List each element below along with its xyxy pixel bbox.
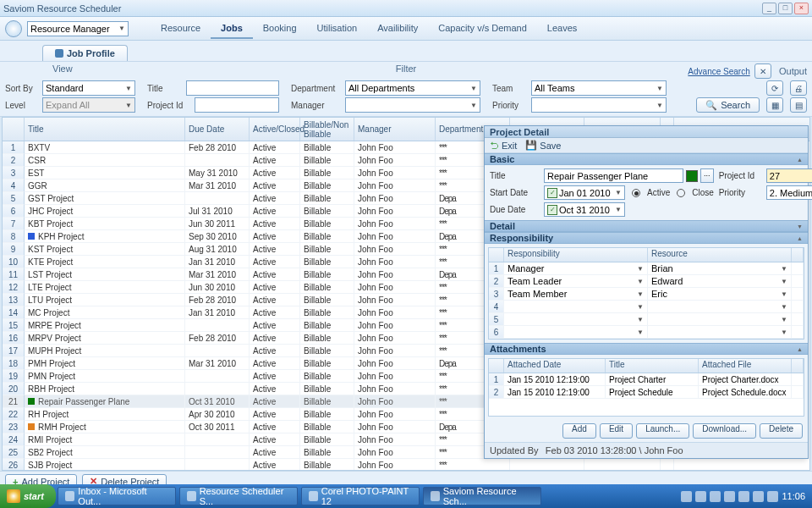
close-button[interactable]: × <box>794 3 809 14</box>
taskbar-task[interactable]: Corel PHOTO-PAINT 12 <box>301 487 420 505</box>
role-value: Resource Manager <box>30 24 110 34</box>
filter-title-input[interactable] <box>186 80 279 96</box>
advance-search-link[interactable]: Advance Search <box>688 67 749 76</box>
filter-team-select[interactable]: All Teams▼ <box>531 80 667 96</box>
taskbar-task[interactable]: Inbox - Microsoft Out... <box>58 487 176 505</box>
view-header: View <box>52 64 73 79</box>
att-col-title: Title <box>606 359 699 373</box>
collapse-icon: ▲ <box>797 157 803 163</box>
advance-search-icon[interactable]: ✕ <box>754 64 771 79</box>
detail-startdate-input[interactable]: ✓ Jan 01 2010 ▼ <box>544 185 625 200</box>
maximize-button[interactable]: □ <box>778 3 793 14</box>
detail-title-label: Title <box>490 171 539 180</box>
tray-icon[interactable] <box>724 491 735 502</box>
filter-priority-label: Priority <box>492 101 526 110</box>
col-active-closed[interactable]: Active/Closed <box>250 118 300 141</box>
attachment-download-button[interactable]: Download... <box>693 423 756 439</box>
detail-toolbar: ⮌ Exit 💾 Save <box>485 138 808 153</box>
tray-icon[interactable] <box>710 491 721 502</box>
responsibility-row[interactable]: 5▼▼ <box>489 313 804 326</box>
tab-leaves[interactable]: Leaves <box>537 19 587 39</box>
detail-duedate-input[interactable]: ✓ Oct 31 2010 ▼ <box>544 202 625 217</box>
col-due-date[interactable]: Due Date <box>185 118 250 141</box>
filter-manager-label: Manager <box>291 101 340 110</box>
refresh-icon[interactable]: ⟳ <box>766 80 783 96</box>
col-title[interactable]: Title <box>25 118 185 141</box>
attachments-section-header[interactable]: Attachments ▲ <box>485 343 808 355</box>
sort-by-select[interactable]: Standard▼ <box>42 80 135 96</box>
attachments-table: Attached Date Title Attached File 1Jan 1… <box>488 358 804 417</box>
sort-by-label: Sort By <box>5 84 39 93</box>
start-button[interactable]: start <box>0 484 56 508</box>
calendar-icon: ✓ <box>547 188 557 198</box>
responsibility-row[interactable]: 2Team Leader▼Edward▼ <box>489 275 804 288</box>
close-radio[interactable] <box>677 189 685 197</box>
updated-by-bar: Updated By Feb 03 2010 13:28:00 \ John F… <box>485 442 808 458</box>
print-icon[interactable]: 🖨 <box>790 80 807 96</box>
attachment-edit-button[interactable]: Edit <box>600 423 633 439</box>
chevron-down-icon: ▼ <box>118 25 125 32</box>
taskbar-task[interactable]: Resource Scheduler S... <box>179 487 298 505</box>
attachment-add-button[interactable]: Add <box>562 423 596 439</box>
export-icon[interactable]: ▤ <box>790 97 807 113</box>
detail-section-header[interactable]: Detail ▼ <box>485 220 808 232</box>
table-row[interactable]: 26SJB ProjectActiveBillableJohn Foo*** <box>3 459 809 471</box>
attachment-launch-button[interactable]: Launch... <box>636 423 689 439</box>
responsibility-row[interactable]: 4▼▼ <box>489 301 804 313</box>
app-orb-icon[interactable] <box>5 20 22 37</box>
tab-capacity-v-s-demand[interactable]: Capacity v/s Demand <box>428 19 537 39</box>
minimize-button[interactable]: _ <box>762 3 776 14</box>
search-button[interactable]: 🔍 Search <box>696 97 760 113</box>
col-billable[interactable]: Billable/Non Billable <box>300 118 354 141</box>
profile-icon <box>55 49 63 58</box>
att-col-date: Attached Date <box>504 359 606 373</box>
level-label: Level <box>5 101 39 110</box>
tray-icon[interactable] <box>695 491 706 502</box>
filter-header: Filter <box>396 64 416 74</box>
basic-section-header[interactable]: Basic ▲ <box>485 153 808 165</box>
filter-projectid-input[interactable] <box>195 97 279 113</box>
tray-icon[interactable] <box>753 491 764 502</box>
taskbar-task[interactable]: Saviom Resource Sch... <box>423 487 541 505</box>
export-excel-icon[interactable]: ▦ <box>766 97 783 113</box>
role-dropdown[interactable]: Resource Manager ▼ <box>27 21 129 36</box>
attachment-row[interactable]: 2Jan 15 2010 12:19:00Project SchedulePro… <box>489 386 804 399</box>
attachment-row[interactable]: 1Jan 15 2010 12:19:00Project CharterProj… <box>489 373 804 386</box>
filter-department-select[interactable]: All Departments▼ <box>345 80 480 96</box>
detail-duedate-label: Due Date <box>490 205 539 214</box>
detail-title-input[interactable]: Repair Passenger Plane <box>544 168 683 183</box>
color-swatch[interactable] <box>686 170 698 182</box>
subtab-job-profile[interactable]: Job Profile <box>42 45 128 61</box>
col-manager[interactable]: Manager <box>354 118 436 141</box>
tray-icon[interactable] <box>681 491 692 502</box>
filter-title-label: Title <box>147 84 181 93</box>
tab-utilisation[interactable]: Utilisation <box>307 19 368 39</box>
responsibility-row[interactable]: 1Manager▼Brian▼ <box>489 262 804 275</box>
color-picker-button[interactable]: ... <box>700 168 714 183</box>
tray-icon[interactable] <box>767 491 778 502</box>
attachment-delete-button[interactable]: Delete <box>760 423 803 439</box>
responsibility-section-header[interactable]: Responsibility ▲ <box>485 232 808 244</box>
tab-availibility[interactable]: Availibility <box>367 19 428 39</box>
resp-col-resource: Resource <box>648 248 792 262</box>
module-tabs: ResourceJobsBookingUtilisationAvailibili… <box>151 19 587 39</box>
detail-priority-select[interactable]: 2. Medium▼ <box>766 185 812 200</box>
tab-booking[interactable]: Booking <box>253 19 307 39</box>
responsibility-row[interactable]: 3Team Member▼Eric▼ <box>489 288 804 301</box>
detail-priority-label: Priority <box>719 188 761 197</box>
tray-icon[interactable] <box>738 491 749 502</box>
tab-jobs[interactable]: Jobs <box>211 19 253 39</box>
subtab-row: Job Profile <box>0 41 812 61</box>
filter-area: View Filter Advance Search ✕ Output Sort… <box>0 61 812 117</box>
tab-resource[interactable]: Resource <box>151 19 211 39</box>
responsibility-row[interactable]: 6▼▼ <box>489 326 804 339</box>
calendar-icon: ✓ <box>547 205 557 215</box>
filter-priority-select[interactable]: ▼ <box>531 97 667 113</box>
filter-department-label: Department <box>291 84 340 93</box>
exit-button[interactable]: ⮌ Exit <box>490 141 517 151</box>
level-select[interactable]: Expand All▼ <box>42 97 135 113</box>
filter-manager-select[interactable]: ▼ <box>345 97 480 113</box>
active-radio[interactable] <box>632 189 640 197</box>
save-button[interactable]: 💾 Save <box>525 140 561 151</box>
detail-projectid-input[interactable]: 27 <box>766 168 812 183</box>
